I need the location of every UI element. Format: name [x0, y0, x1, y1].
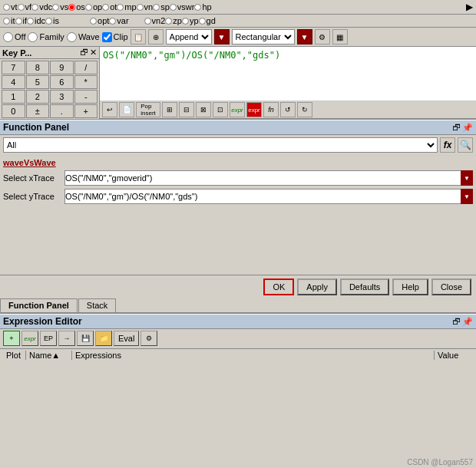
undo-icon[interactable]: ↩	[102, 102, 117, 117]
fx-icon[interactable]: fx	[440, 137, 455, 153]
pin-ee-icon[interactable]: 📌	[462, 317, 473, 327]
eval-button[interactable]: Eval	[114, 331, 139, 346]
expand-right-icon[interactable]: ▶	[466, 2, 473, 12]
radio-op[interactable]: op	[85, 2, 102, 12]
radio-var[interactable]: var	[109, 16, 128, 25]
key-2[interactable]: 2	[26, 90, 50, 104]
key-plusminus[interactable]: ±	[26, 104, 50, 118]
param-y-arrow[interactable]: ▼	[461, 189, 473, 204]
radio-vn[interactable]: vn	[137, 2, 154, 12]
restore-icon[interactable]: 🗗	[80, 48, 88, 58]
radio-vn2[interactable]: vn2	[144, 16, 166, 25]
tab-function-panel[interactable]: Function Panel	[0, 298, 78, 312]
param-x-select[interactable]: OS("/NM0","gmoverid")	[64, 170, 473, 186]
fn-icon[interactable]: fn	[263, 102, 279, 117]
key-div[interactable]: /	[74, 61, 98, 74]
tab-stack[interactable]: Stack	[78, 298, 117, 312]
radio-vdc[interactable]: vdc	[31, 2, 52, 12]
ee-arrow-icon[interactable]: →	[58, 331, 75, 346]
radio-sp[interactable]: sp	[153, 2, 170, 12]
expr-icon[interactable]: expr	[230, 102, 245, 117]
param-x-arrow[interactable]: ▼	[461, 170, 473, 186]
radio-vs[interactable]: vs	[52, 2, 68, 12]
key-5[interactable]: 5	[26, 75, 50, 89]
tb-icon3[interactable]: ⊠	[196, 102, 211, 117]
key-0[interactable]: 0	[2, 104, 25, 118]
expr-editor-section: Expression Editor 🗗 📌 + expr EP → 💾 📁 Ev…	[0, 313, 476, 348]
expression-input[interactable]: OS("/NM0","gm")/OS("/NM0","gds")	[100, 47, 476, 101]
wave-section: waveVsWave Select xTrace OS("/NM0","gmov…	[0, 156, 476, 209]
radio-zp[interactable]: zp	[165, 16, 182, 25]
radio-opt[interactable]: opt	[90, 16, 109, 25]
radio-if[interactable]: if	[15, 16, 28, 25]
radio-idc[interactable]: idc	[27, 16, 45, 25]
copy-icon[interactable]: 📄	[119, 102, 134, 117]
middle-area: Key P... 🗗 ✕ 7 8 9 / 4 5 6 * 1 2 3 - 0 ±…	[0, 47, 476, 120]
expr-red-icon[interactable]: expr	[246, 102, 262, 117]
key-plus[interactable]: +	[74, 104, 98, 118]
radio-it[interactable]: it	[3, 16, 15, 25]
radio-off[interactable]: Off	[3, 32, 25, 42]
pin-icon[interactable]: 📌	[462, 123, 473, 133]
expr-toolbar: ↩ 📄 Popinsert ⊞ ⊟ ⊠ ⊡ expr expr fn ↺ ↻	[100, 101, 476, 119]
radio-gd[interactable]: gd	[199, 16, 216, 25]
append-select[interactable]: Append	[166, 29, 212, 44]
restore-panel-icon[interactable]: 🗗	[452, 123, 461, 133]
refresh-icon[interactable]: ↺	[280, 102, 296, 117]
clip-icon[interactable]: 📋	[131, 29, 146, 44]
restore-ee-icon[interactable]: 🗗	[452, 317, 461, 327]
dropdown-arrow-icon[interactable]: ▼	[214, 29, 230, 44]
dropdown-arrow2-icon[interactable]: ▼	[297, 29, 312, 44]
ee-folder-icon[interactable]: 📁	[95, 331, 112, 346]
key-minus[interactable]: -	[74, 90, 98, 104]
function-panel-header: Function Panel 🗗 📌	[0, 120, 476, 135]
radio-wave[interactable]: Wave	[67, 32, 100, 42]
key-grid: 7 8 9 / 4 5 6 * 1 2 3 - 0 ± . +	[0, 59, 99, 120]
radio-mp[interactable]: mp	[117, 2, 136, 12]
table-icon[interactable]: ▦	[332, 29, 348, 44]
ee-add-icon[interactable]: +	[3, 331, 20, 346]
help-button[interactable]: Help	[392, 278, 428, 295]
radio-hp[interactable]: hp	[194, 2, 211, 12]
settings-icon[interactable]: ⚙	[315, 29, 330, 44]
forward-icon[interactable]: ↻	[297, 102, 312, 117]
func-content-scroll: waveVsWave Select xTrace OS("/NM0","gmov…	[0, 156, 476, 275]
ee-ep-btn[interactable]: EP	[40, 331, 57, 346]
ee-gear-icon[interactable]: ⚙	[140, 331, 157, 346]
func-filter-select[interactable]: All	[3, 137, 438, 153]
close-icon[interactable]: ✕	[90, 48, 97, 58]
key-dot[interactable]: .	[50, 104, 74, 118]
tb-icon1[interactable]: ⊞	[162, 102, 177, 117]
radio-yp[interactable]: yp	[182, 16, 199, 25]
ee-expr-icon[interactable]: expr	[21, 331, 38, 346]
close-button[interactable]: Close	[431, 278, 471, 295]
key-1[interactable]: 1	[2, 90, 25, 104]
defaults-button[interactable]: Defaults	[340, 278, 389, 295]
table-footer: Plot Name▲ Expressions Value	[0, 348, 476, 361]
radio-vf[interactable]: vf	[18, 2, 32, 12]
apply-button[interactable]: Apply	[297, 278, 337, 295]
ok-button[interactable]: OK	[263, 278, 294, 295]
radio-vt[interactable]: vt	[3, 2, 18, 12]
key-4[interactable]: 4	[2, 75, 25, 89]
append-icon[interactable]: ⊕	[148, 29, 164, 44]
key-3[interactable]: 3	[50, 90, 74, 104]
key-7[interactable]: 7	[2, 61, 25, 74]
pop-insert-btn[interactable]: Popinsert	[136, 102, 160, 117]
key-8[interactable]: 8	[26, 61, 50, 74]
tb-icon2[interactable]: ⊟	[179, 102, 194, 117]
radio-family[interactable]: Family	[28, 32, 64, 42]
key-9[interactable]: 9	[50, 61, 74, 74]
key-6[interactable]: 6	[50, 75, 74, 89]
radio-ot[interactable]: ot	[102, 2, 117, 12]
key-mul[interactable]: *	[74, 75, 98, 89]
tb-icon4[interactable]: ⊡	[213, 102, 228, 117]
rectangular-select[interactable]: Rectangular	[232, 29, 295, 44]
ee-save-icon[interactable]: 💾	[77, 331, 94, 346]
radio-os[interactable]: os	[68, 2, 85, 12]
checkbox-clip[interactable]: Clip	[102, 32, 128, 42]
param-y-select[interactable]: OS("/NM0","gm")/OS("/NM0","gds")	[64, 189, 473, 204]
search-icon[interactable]: 🔍	[458, 137, 473, 153]
radio-vswr[interactable]: vswr	[170, 2, 195, 12]
radio-is[interactable]: is	[45, 16, 59, 25]
